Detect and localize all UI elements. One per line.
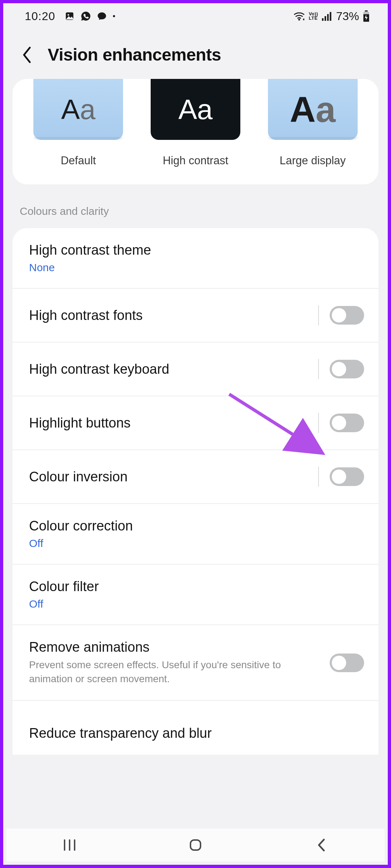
svg-rect-5 [327,14,329,21]
contrast-tile: Aa [151,79,240,140]
toggle-remove-animations[interactable] [330,654,364,672]
system-nav-bar [6,829,385,862]
row-subvalue: None [29,261,357,274]
row-title: High contrast keyboard [29,362,311,377]
svg-rect-10 [363,20,369,22]
svg-rect-7 [365,10,368,11]
nav-recents-button[interactable] [57,836,82,854]
mode-label: High contrast [163,154,229,167]
svg-point-2 [298,19,300,20]
whatsapp-icon [80,11,91,22]
svg-rect-15 [190,840,201,850]
row-title: Colour filter [29,579,357,594]
row-high-contrast-fonts[interactable]: High contrast fonts [13,289,378,343]
row-title: Colour correction [29,518,357,534]
dot-icon: • [113,11,116,21]
mode-default[interactable]: Aa Default [33,79,123,167]
mode-label: Default [61,154,96,167]
row-title: Highlight buttons [29,415,311,431]
row-description: Prevent some screen effects. Useful if y… [29,658,287,686]
status-time: 10:20 [25,10,55,23]
row-title: Reduce transparency and blur [29,726,357,741]
row-title: Remove animations [29,640,322,655]
row-subvalue: Off [29,537,357,549]
svg-rect-3 [322,18,324,21]
section-header-colours: Colours and clarity [3,184,388,228]
toggle-high-contrast-fonts[interactable] [330,306,364,325]
chat-icon [97,11,107,21]
row-subvalue: Off [29,598,357,610]
volte-icon: Vo))LTE [309,12,318,20]
signal-icon [322,11,333,21]
aa-sample-icon: Aa [290,89,336,130]
battery-percent: 73% [336,10,359,23]
back-button[interactable] [18,46,36,63]
vertical-divider [318,413,319,433]
vertical-divider [318,359,319,379]
toggle-high-contrast-keyboard[interactable] [330,360,364,378]
mode-label: Large display [279,154,345,167]
status-bar: 10:20 • Vo))LTE 73% [3,3,388,29]
page-title: Vision enhancements [48,45,221,65]
titlebar: Vision enhancements [3,29,388,79]
wifi-icon [293,11,305,21]
row-colour-inversion[interactable]: Colour inversion [13,450,378,504]
gallery-icon [65,11,75,21]
row-highlight-buttons[interactable]: Highlight buttons [13,396,378,450]
default-tile: Aa [33,79,123,140]
row-title: High contrast fonts [29,308,311,323]
row-title: Colour inversion [29,469,311,485]
svg-rect-4 [325,16,326,21]
vertical-divider [318,467,319,487]
row-title: High contrast theme [29,242,357,258]
mode-preview-card: Aa Default Aa High contrast Aa Large dis… [13,79,378,184]
nav-home-button[interactable] [183,836,208,854]
vertical-divider [318,305,319,325]
battery-icon [363,10,370,22]
toggle-colour-inversion[interactable] [330,467,364,486]
row-reduce-transparency[interactable]: Reduce transparency and blur [13,701,378,755]
toggle-highlight-buttons[interactable] [330,414,364,432]
mode-high-contrast[interactable]: Aa High contrast [151,79,240,167]
row-remove-animations[interactable]: Remove animations Prevent some screen ef… [13,625,378,701]
aa-sample-icon: Aa [61,93,95,126]
svg-point-1 [67,14,69,16]
row-colour-filter[interactable]: Colour filter Off [13,565,378,625]
large-tile: Aa [268,79,358,140]
aa-sample-icon: Aa [178,93,212,126]
settings-list: High contrast theme None High contrast f… [13,228,378,755]
mode-large-display[interactable]: Aa Large display [268,79,358,167]
row-colour-correction[interactable]: Colour correction Off [13,504,378,565]
nav-back-button[interactable] [309,836,334,854]
svg-rect-6 [330,12,331,21]
row-high-contrast-theme[interactable]: High contrast theme None [13,228,378,289]
row-high-contrast-keyboard[interactable]: High contrast keyboard [13,343,378,396]
